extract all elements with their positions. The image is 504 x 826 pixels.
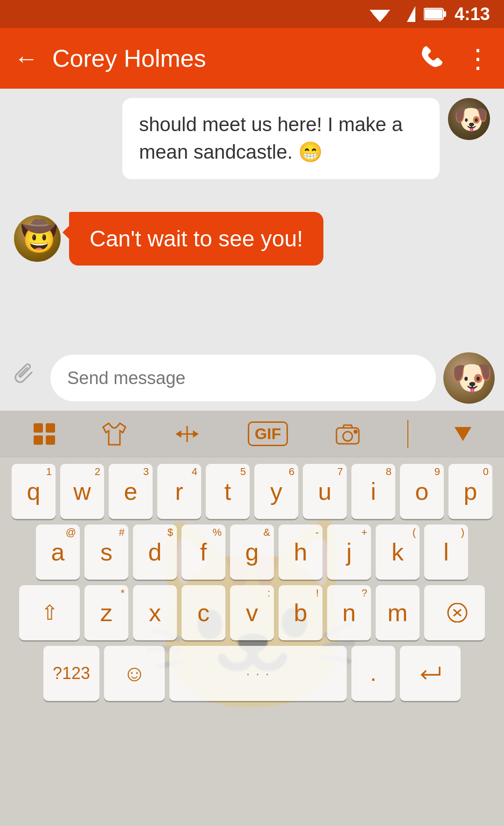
key-w[interactable]: 2w — [60, 464, 104, 519]
input-area — [0, 345, 504, 411]
key-c[interactable]: c — [182, 585, 225, 640]
message-input[interactable] — [50, 355, 436, 401]
key-t[interactable]: 5t — [206, 464, 250, 519]
enter-icon — [417, 664, 443, 683]
key-v[interactable]: :v — [230, 585, 274, 640]
key-period[interactable]: . — [351, 646, 395, 701]
key-f[interactable]: %f — [182, 525, 225, 580]
app-bar-actions: ⋮ — [422, 43, 490, 74]
signal-icon — [399, 6, 415, 22]
send-button-avatar[interactable] — [443, 352, 495, 404]
outgoing-message-bubble: Can't wait to see you! — [69, 212, 323, 266]
key-p[interactable]: 0p — [448, 464, 492, 519]
keyboard-row-4: ?123 ☺ · · · . — [5, 646, 499, 701]
key-enter[interactable] — [400, 646, 461, 701]
keyboard-row-3: ⇧ *z x c :v !b ?n m — [5, 585, 499, 640]
status-time: 4:13 — [455, 4, 490, 24]
battery-icon — [424, 7, 446, 21]
key-q[interactable]: 1q — [12, 464, 56, 519]
key-emoji[interactable]: ☺ — [104, 646, 165, 701]
message-row-incoming: should meet us here! I make a mean sandc… — [14, 98, 490, 179]
svg-point-17 — [354, 430, 357, 433]
key-b[interactable]: !b — [279, 585, 322, 640]
key-h[interactable]: -h — [279, 525, 322, 580]
outgoing-message-text: Can't wait to see you! — [90, 226, 303, 251]
cursor-icon[interactable] — [173, 422, 201, 446]
key-n[interactable]: ?n — [327, 585, 371, 640]
svg-marker-2 — [377, 18, 383, 22]
message-row-outgoing: Can't wait to see you! — [14, 212, 490, 266]
key-g[interactable]: &g — [230, 525, 274, 580]
gif-button[interactable]: GIF — [248, 421, 288, 446]
key-k[interactable]: (k — [376, 525, 420, 580]
contact-name: Corey Holmes — [52, 44, 408, 72]
camera-icon[interactable] — [335, 422, 361, 446]
key-backspace[interactable] — [424, 585, 485, 640]
key-x[interactable]: x — [133, 585, 177, 640]
key-r[interactable]: 4r — [157, 464, 201, 519]
more-options-button[interactable]: ⋮ — [465, 43, 490, 74]
app-bar: ← Corey Holmes ⋮ — [0, 28, 504, 89]
key-a[interactable]: @a — [36, 525, 80, 580]
key-num[interactable]: ?123 — [43, 646, 99, 701]
toolbar-divider — [407, 420, 408, 448]
keyboard-row-2: @a #s $d %f &g -h +j (k )l — [5, 525, 499, 580]
shirt-icon[interactable] — [102, 422, 126, 446]
key-y[interactable]: 6y — [254, 464, 298, 519]
key-o[interactable]: 9o — [400, 464, 444, 519]
keyboard-row-1: 1q 2w 3e 4r 5t 6y 7u 8i 9o 0p — [5, 464, 499, 519]
keyboard-toolbar: GIF — [0, 411, 504, 457]
key-d[interactable]: $d — [133, 525, 177, 580]
key-e[interactable]: 3e — [109, 464, 153, 519]
keyboard: 🐱 GIF — [0, 411, 504, 826]
key-z[interactable]: *z — [84, 585, 128, 640]
svg-rect-9 — [34, 435, 43, 445]
wifi-icon — [370, 6, 390, 22]
chat-area: should meet us here! I make a mean sandc… — [0, 89, 504, 345]
key-shift[interactable]: ⇧ — [19, 585, 80, 640]
key-i[interactable]: 8i — [351, 464, 395, 519]
incoming-message-bubble: should meet us here! I make a mean sandc… — [122, 98, 440, 179]
svg-rect-10 — [46, 435, 55, 445]
svg-marker-12 — [177, 432, 181, 436]
backspace-icon — [441, 603, 469, 623]
apps-icon[interactable] — [33, 422, 56, 446]
dropdown-icon[interactable] — [455, 427, 471, 441]
svg-rect-7 — [34, 423, 43, 433]
status-icons: 4:13 — [370, 4, 490, 24]
key-j[interactable]: +j — [327, 525, 371, 580]
key-space[interactable]: · · · — [169, 646, 347, 701]
keyboard-rows: 1q 2w 3e 4r 5t 6y 7u 8i 9o 0p @a #s $d %… — [0, 457, 504, 701]
user-avatar-outgoing — [14, 215, 61, 262]
svg-marker-13 — [194, 432, 197, 436]
svg-rect-5 — [443, 11, 446, 17]
svg-rect-6 — [425, 9, 442, 19]
contact-avatar-incoming — [448, 98, 490, 140]
back-button[interactable]: ← — [14, 44, 38, 72]
key-u[interactable]: 7u — [303, 464, 347, 519]
svg-rect-8 — [46, 423, 55, 433]
phone-icon[interactable] — [422, 46, 446, 70]
key-l[interactable]: )l — [424, 525, 468, 580]
svg-marker-3 — [407, 6, 415, 22]
key-m[interactable]: m — [376, 585, 420, 640]
svg-point-16 — [343, 432, 352, 441]
svg-marker-18 — [455, 427, 471, 441]
status-bar: 4:13 — [0, 0, 504, 28]
incoming-message-text: should meet us here! I make a mean sandc… — [139, 113, 403, 163]
paperclip-icon — [14, 363, 38, 387]
key-s[interactable]: #s — [84, 525, 128, 580]
attach-button[interactable] — [9, 358, 43, 398]
